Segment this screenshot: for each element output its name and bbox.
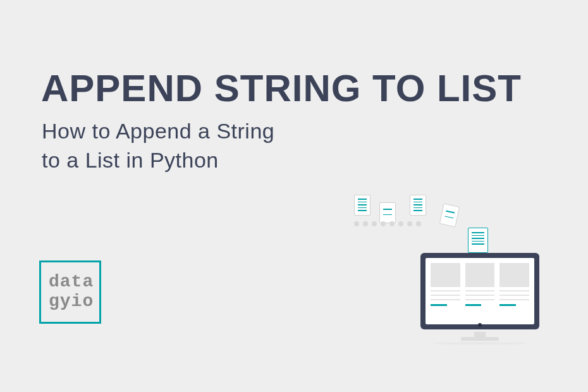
document-icon bbox=[439, 204, 460, 228]
subtitle-line-1: How to Append a String bbox=[42, 117, 274, 146]
document-icon bbox=[379, 202, 396, 223]
datagy-logo: data gyio bbox=[39, 260, 101, 324]
screen-card bbox=[499, 263, 529, 319]
page-title: APPEND STRING TO LIST bbox=[41, 66, 522, 110]
document-icon bbox=[410, 195, 426, 216]
illustration bbox=[316, 190, 556, 367]
screen-card bbox=[431, 263, 460, 319]
dots-row bbox=[354, 221, 421, 226]
document-icon bbox=[354, 195, 371, 216]
screen-card bbox=[465, 263, 495, 319]
document-icon-large bbox=[468, 228, 488, 253]
page-subtitle: How to Append a String to a List in Pyth… bbox=[42, 117, 274, 175]
subtitle-line-2: to a List in Python bbox=[42, 146, 274, 175]
monitor-illustration bbox=[420, 253, 539, 338]
logo-text-line-2: gyio bbox=[49, 292, 92, 312]
logo-text-line-1: data bbox=[49, 273, 92, 292]
